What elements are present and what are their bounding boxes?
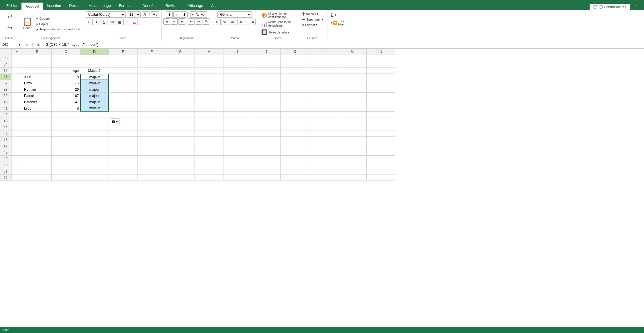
cell-J52[interactable] — [252, 175, 281, 181]
cell-H35[interactable] — [195, 68, 223, 74]
cell-G45[interactable] — [166, 130, 195, 137]
cell-A41[interactable] — [11, 105, 23, 112]
decrease-indent-button[interactable]: ⇤ — [188, 18, 195, 25]
cell-N36[interactable] — [367, 74, 395, 80]
cell-H50[interactable] — [195, 162, 223, 168]
row-num-46[interactable]: 46 — [0, 137, 11, 143]
cell-C51[interactable] — [52, 168, 80, 175]
cell-C49[interactable] — [52, 156, 80, 162]
cell-F45[interactable] — [138, 130, 166, 137]
cancel-formula-icon[interactable]: ✕ — [25, 42, 29, 47]
confirm-formula-icon[interactable]: ✓ — [30, 42, 35, 47]
conditional-format-button[interactable]: 🎨 Mise en forme conditionnelle — [260, 11, 296, 19]
cell-I51[interactable] — [223, 168, 252, 175]
cell-D33[interactable] — [80, 55, 109, 61]
cell-L38[interactable] — [309, 86, 338, 93]
tab-mise-en-page[interactable]: Mise en page — [85, 2, 115, 10]
cell-L50[interactable] — [309, 162, 338, 168]
cell-G35[interactable] — [166, 68, 195, 74]
cell-H34[interactable] — [195, 61, 223, 68]
cell-K50[interactable] — [281, 162, 309, 168]
cell-K44[interactable] — [281, 124, 309, 130]
merge-button[interactable]: ⊞ — [203, 18, 209, 25]
paste-options-button[interactable]: ⊞ ▾ — [110, 118, 120, 124]
cell-I48[interactable] — [223, 149, 252, 156]
cell-C48[interactable] — [52, 149, 80, 156]
cell-G36[interactable] — [166, 74, 195, 80]
cell-I45[interactable] — [223, 130, 252, 137]
cell-H42[interactable] — [195, 112, 223, 118]
cell-L42[interactable] — [309, 112, 338, 118]
cell-M35[interactable] — [338, 68, 367, 74]
cell-F46[interactable] — [138, 137, 166, 143]
cell-A50[interactable] — [11, 162, 23, 168]
cell-E43[interactable]: ⊞ ▾ — [109, 118, 138, 124]
cell-K40[interactable] — [281, 99, 309, 105]
cell-N48[interactable] — [367, 149, 395, 156]
cell-L34[interactable] — [309, 61, 338, 68]
cell-H51[interactable] — [195, 168, 223, 175]
tab-donnees[interactable]: Données — [138, 2, 161, 10]
cell-N43[interactable] — [367, 118, 395, 124]
cell-J44[interactable] — [252, 124, 281, 130]
cell-E39[interactable] — [109, 93, 138, 99]
italic-button[interactable]: I — [93, 19, 100, 25]
cell-styles-button[interactable]: 🔲 Styles de cellule — [260, 29, 290, 36]
cell-J40[interactable] — [252, 99, 281, 105]
tab-insertion[interactable]: Insertion — [43, 2, 65, 10]
cell-K37[interactable] — [281, 80, 309, 86]
cell-C47[interactable] — [52, 143, 80, 149]
cell-C44[interactable] — [52, 124, 80, 130]
cell-G43[interactable] — [166, 118, 195, 124]
cell-K38[interactable] — [281, 86, 309, 93]
insert-function-icon[interactable]: fx — [36, 42, 40, 47]
row-num-50[interactable]: 50 — [0, 162, 11, 168]
cell-B33[interactable] — [23, 55, 52, 61]
cell-J39[interactable] — [252, 93, 281, 99]
cell-E40[interactable] — [109, 99, 138, 105]
cell-L39[interactable] — [309, 93, 338, 99]
cell-N46[interactable] — [367, 137, 395, 143]
cell-C43[interactable] — [52, 118, 80, 124]
font-color-button[interactable]: A — [131, 19, 138, 25]
cell-A49[interactable] — [11, 156, 23, 162]
cell-K39[interactable] — [281, 93, 309, 99]
cell-H43[interactable] — [195, 118, 223, 124]
cell-C41[interactable]: 8 — [52, 105, 80, 112]
cell-C38[interactable]: 26 — [52, 86, 80, 93]
cell-A51[interactable] — [11, 168, 23, 175]
cell-K45[interactable] — [281, 130, 309, 137]
sum-button[interactable]: Σ ▾ — [329, 11, 338, 19]
cell-A33[interactable] — [11, 55, 23, 61]
cell-J43[interactable] — [252, 118, 281, 124]
cell-K35[interactable] — [281, 68, 309, 74]
cell-M46[interactable] — [338, 137, 367, 143]
cell-D43[interactable] — [80, 118, 109, 124]
cell-D46[interactable] — [80, 137, 109, 143]
cell-J35[interactable] — [252, 68, 281, 74]
cell-B34[interactable] — [23, 61, 52, 68]
cell-G37[interactable] — [166, 80, 195, 86]
cell-M42[interactable] — [338, 112, 367, 118]
cell-J42[interactable] — [252, 112, 281, 118]
cell-L40[interactable] — [309, 99, 338, 105]
borders-button[interactable]: ▦ — [116, 19, 123, 25]
cell-G33[interactable] — [166, 55, 195, 61]
tab-fichier[interactable]: Fichier — [2, 2, 21, 10]
cell-C35[interactable]: Age — [52, 68, 80, 74]
cell-D47[interactable] — [80, 143, 109, 149]
col-header-N[interactable]: N — [367, 49, 395, 55]
wrap-text-button[interactable]: ↵ Renvoi — [190, 11, 207, 18]
align-center-button[interactable]: ≡ — [171, 18, 178, 25]
cell-E49[interactable] — [109, 156, 138, 162]
cell-B47[interactable] — [23, 143, 52, 149]
cell-C42[interactable] — [52, 112, 80, 118]
reproduire-button[interactable]: 🖌 Reproduire la mise en forme — [35, 27, 81, 31]
cell-B50[interactable] — [23, 162, 52, 168]
cell-A48[interactable] — [11, 149, 23, 156]
cell-I49[interactable] — [223, 156, 252, 162]
strikethrough-button[interactable]: ab — [108, 19, 115, 25]
cell-F51[interactable] — [138, 168, 166, 175]
cell-C40[interactable]: 47 — [52, 99, 80, 105]
cell-D49[interactable] — [80, 156, 109, 162]
